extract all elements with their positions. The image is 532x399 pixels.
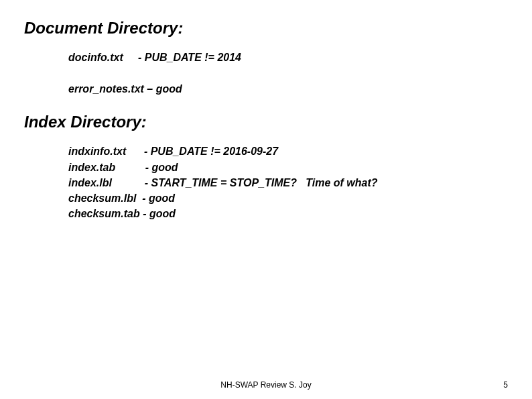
footer-text: NH-SWAP Review S. Joy bbox=[220, 380, 311, 390]
index-lbl-line: index.lbl - START_TIME = STOP_TIME? Time… bbox=[68, 175, 508, 190]
index-tab-line: index.tab - good bbox=[68, 160, 508, 175]
index-directory-content: indxinfo.txt - PUB_DATE != 2016-09-27 in… bbox=[68, 144, 508, 221]
document-directory-content: docinfo.txt - PUB_DATE != 2014 bbox=[68, 50, 508, 65]
checksum-lbl-line: checksum.lbl - good bbox=[68, 190, 508, 206]
checksum-tab-line: checksum.tab - good bbox=[68, 206, 508, 221]
indxinfo-line: indxinfo.txt - PUB_DATE != 2016-09-27 bbox=[68, 144, 508, 159]
error-notes-content: error_notes.txt – good bbox=[68, 81, 508, 97]
document-directory-heading: Document Directory: bbox=[24, 19, 508, 38]
index-directory-heading: Index Directory: bbox=[24, 113, 508, 131]
error-notes-line: error_notes.txt – good bbox=[68, 81, 508, 97]
docinfo-line: docinfo.txt - PUB_DATE != 2014 bbox=[68, 50, 508, 65]
page-number: 5 bbox=[503, 380, 508, 390]
